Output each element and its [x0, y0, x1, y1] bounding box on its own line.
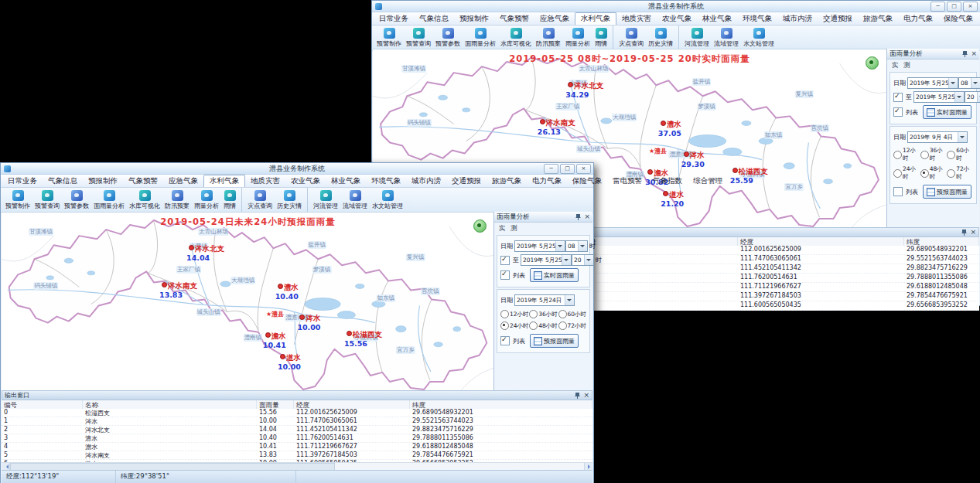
menu-item[interactable]: 城市内涝 [777, 12, 818, 25]
close-button[interactable]: × [963, 2, 978, 12]
close-button[interactable]: × [576, 164, 591, 174]
map-area[interactable]: 2019-05-24日未来24小时预报面雨量 甘溪滩镇太青山林场金罗镇盐井镇复兴… [2, 212, 494, 391]
menu-item[interactable]: 交通预报 [446, 175, 487, 187]
menu-item[interactable]: 电力气象 [898, 12, 938, 25]
menu-item[interactable]: 旅游气象 [487, 175, 527, 187]
menu-item[interactable]: 综合管理 [688, 175, 728, 187]
toolbar-button[interactable]: 雨情 [221, 188, 238, 213]
panel-close-icon[interactable]: × [584, 213, 590, 220]
toolbar-button[interactable]: 历史灾情 [646, 26, 675, 50]
realtime-area-rain-button[interactable]: 实时面雨量 [530, 268, 579, 282]
menu-item[interactable]: 林业气象 [326, 175, 366, 187]
panel-header[interactable]: 面雨量分析 × [887, 49, 979, 60]
end-hour-select[interactable]: 20 [572, 254, 594, 266]
panel-header[interactable]: 面雨量分析 × [494, 212, 592, 223]
menu-item[interactable]: 城市内涝 [406, 175, 446, 187]
menu-item[interactable]: 雷电预警 [607, 175, 647, 187]
menu-item[interactable]: 预报制作 [83, 175, 123, 187]
toolbar-button[interactable]: 预警查询 [32, 188, 62, 213]
menu-item[interactable]: 气象预警 [494, 12, 534, 25]
end-date-select[interactable]: 2019年 5月25日 [913, 91, 965, 103]
toolbar-button[interactable]: 灾点查询 [613, 26, 646, 50]
duration-radio[interactable]: 60小时 [558, 310, 587, 318]
menu-item[interactable]: 林业气象 [697, 12, 737, 25]
toolbar-button[interactable]: 防汛预案 [534, 26, 563, 50]
titlebar[interactable]: 澧县业务制作系统 ─ □ × [372, 1, 980, 12]
to-checkbox[interactable] [893, 93, 903, 102]
toolbar-button[interactable]: 防汛预案 [162, 188, 192, 213]
pin-icon[interactable] [961, 229, 968, 236]
end-hour-select[interactable]: 20 [965, 91, 980, 103]
duration-radio[interactable]: 12小时 [500, 310, 529, 318]
table-row[interactable]: 4澹水 10.41111.711219667627 29.61880124850… [2, 443, 592, 451]
toolbar-button[interactable]: 水文站管理 [741, 26, 777, 50]
titlebar[interactable]: 澧县业务制作系统 ─ □ × [1, 163, 593, 175]
menu-item[interactable]: 电力气象 [527, 175, 567, 187]
duration-radio[interactable]: 24小时 [500, 321, 529, 330]
output-panel-header[interactable]: 输出窗口 × [2, 390, 592, 400]
start-date-select[interactable]: 2019年 5月25日 [514, 240, 565, 252]
minimize-button[interactable]: ─ [930, 2, 945, 12]
list-checkbox[interactable] [500, 270, 510, 280]
table-row[interactable]: 5涔水南支 13.83111.397267184503 29.785447667… [2, 451, 592, 460]
toolbar-button[interactable]: 预警参数 [62, 188, 91, 213]
menu-item[interactable]: 水利气象 [203, 175, 245, 187]
menu-item[interactable]: 旅游气象 [858, 12, 898, 25]
menu-item[interactable]: 气象预警 [123, 175, 163, 187]
toolbar-button[interactable]: 雨量分析 [192, 188, 221, 213]
list-checkbox[interactable] [500, 336, 510, 345]
list-checkbox[interactable] [893, 107, 903, 117]
panel-close-icon[interactable]: × [970, 229, 976, 236]
start-hour-select[interactable]: 08 [958, 77, 980, 89]
menu-item[interactable]: 气象信息 [414, 12, 454, 25]
map-locate-button[interactable] [473, 219, 487, 233]
toolbar-button[interactable]: 水文站管理 [370, 188, 405, 213]
duration-radio[interactable]: 48小时 [920, 165, 948, 181]
menu-item[interactable]: 交通预报 [818, 12, 858, 25]
menu-item[interactable]: 应急气象 [163, 175, 203, 187]
panel-close-icon[interactable]: × [971, 50, 977, 57]
menu-item[interactable]: 地质灾害 [245, 175, 285, 187]
toolbar-button[interactable]: 流域管理 [340, 188, 370, 213]
toolbar-button[interactable]: 水库可视化 [127, 188, 162, 213]
toolbar-button[interactable]: 面雨量分析 [91, 188, 127, 213]
start-hour-select[interactable]: 08 [565, 240, 588, 252]
forecast-area-rain-button[interactable]: 预报面雨量 [923, 185, 971, 199]
toolbar-button[interactable]: 河流管理 [307, 188, 340, 213]
menu-item[interactable]: 农业气象 [657, 12, 697, 25]
duration-radio[interactable]: 60小时 [947, 147, 974, 162]
toolbar-button[interactable]: 预警查询 [404, 26, 433, 50]
realtime-area-rain-button[interactable]: 实时面雨量 [923, 105, 971, 119]
duration-radio[interactable]: 72小时 [947, 165, 974, 181]
menu-item[interactable]: 环境气象 [737, 12, 777, 25]
duration-radio[interactable]: 72小时 [558, 321, 587, 330]
duration-radio[interactable]: 36小时 [920, 147, 948, 162]
duration-radio[interactable]: 24小时 [893, 165, 920, 181]
toolbar-button[interactable]: 河流管理 [678, 26, 712, 50]
duration-radio[interactable]: 48小时 [529, 321, 558, 330]
toolbar-button[interactable]: 预警制作 [3, 188, 32, 213]
toolbar-button[interactable]: 预警参数 [433, 26, 463, 50]
maximize-button[interactable]: □ [947, 2, 961, 12]
menu-item[interactable]: 农业气象 [285, 175, 326, 187]
toolbar-button[interactable]: 流域管理 [712, 26, 741, 50]
menu-item[interactable]: 地质灾害 [616, 12, 657, 25]
duration-radio[interactable]: 36小时 [529, 310, 558, 318]
forecast-date-select[interactable]: 2019年 9月 4日 [907, 131, 968, 143]
pin-icon[interactable] [575, 213, 582, 220]
pin-icon[interactable] [962, 50, 968, 57]
menu-item[interactable]: 预报制作 [454, 12, 494, 25]
pin-icon[interactable] [575, 392, 581, 399]
table-row[interactable]: 0松滋西支 15.56112.001625625009 29.689054893… [2, 409, 592, 417]
menu-item[interactable]: 日常业务 [2, 175, 43, 187]
toolbar-button[interactable]: 灾点查询 [241, 188, 275, 213]
menu-item[interactable]: 保险气象 [567, 175, 607, 187]
duration-radio[interactable]: 12小时 [893, 147, 920, 162]
start-date-select[interactable]: 2019年 5月25日 [907, 77, 958, 89]
toolbar-button[interactable]: 面雨量分析 [463, 26, 498, 50]
menu-item[interactable]: 日常业务 [374, 12, 414, 25]
menu-item[interactable]: 气象指数 [647, 175, 688, 187]
to-checkbox[interactable] [500, 256, 510, 265]
table-row[interactable]: 1涔水 10.00111.747063065061 29.55215637440… [2, 417, 592, 426]
minimize-button[interactable]: ─ [544, 164, 558, 174]
